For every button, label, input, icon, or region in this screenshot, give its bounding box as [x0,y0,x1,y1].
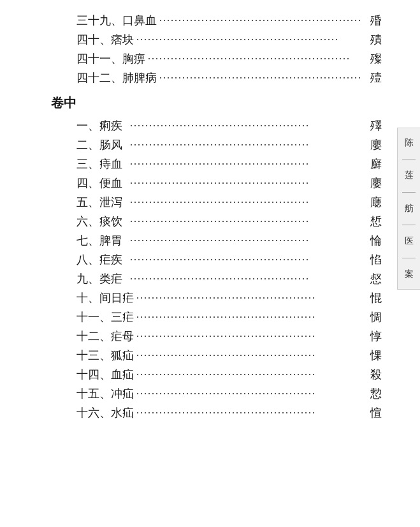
toc-page: 愂 [363,386,382,401]
toc-list-top: 三十九、口鼻血·································… [51,13,382,85]
toc-dots: ········································… [157,73,363,84]
toc-label: 三、痔血 [51,156,127,172]
toc-dots: ········································… [134,293,363,304]
list-item: 十五、冲疝···································… [51,386,382,401]
toc-page: 殩 [363,51,382,66]
toc-page: 惁 [363,214,382,229]
toc-page: 惆 [363,309,382,325]
toc-label: 十三、狐疝 [51,348,134,363]
list-item: 四十一、胸痹··································… [51,51,382,66]
toc-label: 七、脾胃 [51,233,127,248]
toc-page: 愃 [363,405,382,420]
toc-page: 惈 [363,348,382,363]
toc-dots: ········································… [134,408,363,419]
side-panel-char: 莲 [405,168,414,182]
toc-label: 四十二、肺脾病 [51,70,157,85]
list-item: 六、痰饮····································… [51,214,382,229]
toc-label: 四十、痞块 [51,32,134,47]
toc-dots: ········································… [127,235,363,247]
list-item: 九、类疟····································… [51,271,382,286]
toc-dots: ········································… [127,197,363,209]
toc-label: 十、间日疟 [51,290,134,306]
toc-label: 三十九、口鼻血 [51,13,157,28]
toc-page: 惀 [363,233,382,248]
toc-label: 一、痢疾 [51,118,127,133]
toc-label: 十四、血疝 [51,367,134,382]
toc-page: 廯 [363,156,382,172]
toc-list-middle: 一、痢疾····································… [51,118,382,420]
toc-label: 十六、水疝 [51,405,134,420]
toc-dots: ········································… [134,350,363,362]
list-item: 十、间日疟···································… [51,290,382,306]
toc-dots: ········································… [134,312,363,323]
toc-page: 殺 [363,367,382,382]
list-item: 十二、疟母···································… [51,329,382,344]
side-panel-char: 舫 [405,202,414,216]
toc-label: 八、疟疾 [51,252,127,267]
page-container: 三十九、口鼻血·································… [0,0,420,527]
toc-dots: ········································… [127,140,363,151]
list-item: 四十、痞块···································… [51,32,382,47]
list-item: 五、泄泻····································… [51,195,382,210]
list-item: 四十二、肺脾病·································… [51,70,382,85]
toc-page: 廮 [363,175,382,191]
side-panel-char: 陈 [405,136,414,150]
toc-label: 六、痰饮 [51,214,127,229]
list-item: 八、疟疾····································… [51,252,382,267]
toc-dots: ········································… [127,255,363,266]
list-item: 二、肠风····································… [51,137,382,152]
toc-label: 九、类疟 [51,271,127,286]
toc-dots: ········································… [134,34,363,46]
toc-page: 惇 [363,329,382,344]
list-item: 十三、狐疝···································… [51,348,382,363]
toc-dots: ········································… [127,159,363,170]
toc-page: 惂 [363,252,382,267]
toc-dots: ········································… [127,274,363,285]
toc-dots: ········································… [134,389,363,400]
list-item: 三十九、口鼻血·································… [51,13,382,28]
side-panel-char: 案 [405,267,414,281]
list-item: 十六、水疝···································… [51,405,382,420]
list-item: 四、便血····································… [51,175,382,191]
toc-page: 廰 [363,195,382,210]
list-item: 一、痢疾····································… [51,118,382,133]
toc-page: 惃 [363,290,382,306]
section-header: 卷中 [51,94,382,112]
toc-dots: ········································… [127,216,363,228]
toc-page: 殪 [363,70,382,85]
toc-label: 十二、疟母 [51,329,134,344]
toc-label: 四十一、胸痹 [51,51,145,66]
toc-page: 殨 [363,32,382,47]
toc-dots: ········································… [157,15,363,27]
toc-page: 殬 [363,118,382,133]
toc-page: 廮 [363,137,382,152]
toc-dots: ········································… [134,331,363,343]
toc-dots: ········································… [134,369,363,381]
toc-dots: ········································… [145,54,363,65]
side-panel[interactable]: 陈莲舫医案 [397,128,420,290]
list-item: 七、脾胃····································… [51,233,382,248]
list-item: 十四、血疝···································… [51,367,382,382]
toc-page: 殙 [363,13,382,28]
toc-page: 惄 [363,271,382,286]
toc-dots: ········································… [127,121,363,132]
toc-label: 十一、三疟 [51,309,134,325]
toc-label: 五、泄泻 [51,195,127,210]
toc-dots: ········································… [127,178,363,189]
toc-label: 二、肠风 [51,137,127,152]
toc-label: 四、便血 [51,175,127,191]
side-divider [402,159,416,160]
list-item: 十一、三疟···································… [51,309,382,325]
side-panel-char: 医 [405,234,414,248]
list-item: 三、痔血····································… [51,156,382,172]
side-divider [402,225,416,225]
toc-label: 十五、冲疝 [51,386,134,401]
side-divider [402,192,416,193]
side-divider [402,258,416,258]
